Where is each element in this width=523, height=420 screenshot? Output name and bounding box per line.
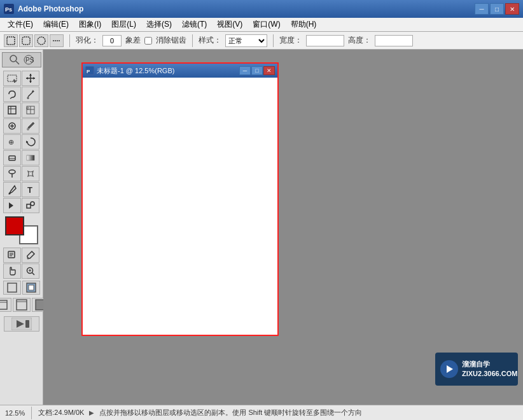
- feather-input[interactable]: [102, 35, 122, 46]
- doc-size: 文档:24.9M/0K: [38, 408, 84, 417]
- minimize-button[interactable]: ─: [475, 3, 489, 15]
- anti-alias-checkbox[interactable]: [144, 37, 152, 45]
- svg-text:✦: ✦: [31, 89, 35, 94]
- watermark-sub: ZIXU2.3066.COM: [462, 369, 517, 379]
- toolbar: PS ✦ ⊘: [0, 50, 43, 405]
- tool-pen[interactable]: [3, 182, 21, 197]
- tool-brush[interactable]: [22, 118, 39, 134]
- tool-clone[interactable]: ⊕: [3, 134, 21, 150]
- color-picker: [5, 216, 38, 244]
- doc-close-btn[interactable]: ✕: [263, 66, 275, 75]
- menu-view[interactable]: 视图(V): [212, 18, 248, 31]
- svg-marker-15: [29, 81, 32, 83]
- menu-layer[interactable]: 图层(L): [106, 18, 141, 31]
- watermark-brand: 溜溜自学: [462, 360, 517, 369]
- svg-text:PS: PS: [25, 57, 34, 64]
- menu-edit[interactable]: 编辑(E): [38, 18, 74, 31]
- tool-crop[interactable]: [3, 102, 21, 118]
- tool-row-1: [3, 71, 39, 86]
- menu-select[interactable]: 选择(S): [141, 18, 177, 31]
- tool-eraser[interactable]: [3, 150, 21, 165]
- tool-marquee[interactable]: [3, 71, 21, 86]
- menu-file[interactable]: 文件(E): [3, 18, 38, 31]
- tool-heal[interactable]: [3, 118, 21, 134]
- menu-help[interactable]: 帮助(H): [286, 18, 322, 31]
- close-button[interactable]: ✕: [505, 3, 519, 15]
- svg-point-37: [9, 170, 15, 174]
- tool-row-10: [3, 248, 39, 263]
- svg-marker-14: [29, 74, 32, 76]
- tool-eyedrop[interactable]: [22, 248, 39, 263]
- svg-text:P: P: [87, 69, 90, 74]
- mode-quickmask[interactable]: [22, 281, 40, 295]
- svg-text:⊘: ⊘: [26, 106, 29, 110]
- canvas-area[interactable]: P 未标题-1 @ 12.5%(RGB) ─ □ ✕ 溜溜自学 ZIXU2.30…: [43, 50, 523, 405]
- tool-text[interactable]: T: [22, 182, 39, 197]
- screen-standard[interactable]: [0, 298, 11, 312]
- tool-hand[interactable]: [3, 263, 21, 279]
- marquee-ellipse-btn[interactable]: [34, 34, 48, 47]
- marquee-rounded-btn[interactable]: [19, 34, 33, 47]
- svg-rect-36: [27, 155, 34, 160]
- screen-fullscreen-menu[interactable]: [13, 298, 31, 312]
- width-label: 宽度：: [279, 35, 302, 46]
- mode-standard[interactable]: [3, 281, 21, 295]
- feather-label: 羽化：: [76, 35, 99, 46]
- foreground-color[interactable]: [5, 216, 24, 235]
- document-icon: P: [85, 66, 94, 75]
- tool-slice[interactable]: ⊘: [22, 102, 39, 118]
- app-icon: Ps: [4, 4, 14, 14]
- tool-row-6: [3, 150, 39, 165]
- svg-marker-16: [26, 77, 28, 80]
- tool-row-7: [3, 166, 39, 181]
- tool-lasso[interactable]: [3, 87, 21, 102]
- marquee-single-row-btn[interactable]: [50, 34, 64, 47]
- height-input[interactable]: [375, 35, 413, 46]
- svg-rect-2: [7, 37, 15, 45]
- status-bar: 12.5% 文档:24.9M/0K ▶ 点按并拖移以移动图层或移动选区的副本。使…: [0, 405, 523, 420]
- maximize-button[interactable]: □: [490, 3, 504, 15]
- options-bar: 羽化： 象差 消除锯齿 样式： 正常 固定比例 固定大小 宽度： 高度：: [0, 32, 523, 50]
- svg-rect-62: [25, 320, 29, 328]
- menu-filter[interactable]: 滤镜(T): [177, 18, 212, 31]
- status-hint: 点按并拖移以移动图层或移动选区的副本。使用 Shift 键顺时针旋转至多围绕一个…: [99, 408, 518, 417]
- watermark: 溜溜自学 ZIXU2.3066.COM: [435, 353, 518, 386]
- svg-rect-52: [8, 283, 17, 292]
- tool-history[interactable]: [22, 134, 39, 150]
- tool-magic-wand[interactable]: ✦: [22, 87, 39, 102]
- tool-path-select[interactable]: [3, 198, 21, 213]
- menu-image[interactable]: 图象(I): [74, 18, 106, 31]
- marquee-style-group: [4, 34, 64, 47]
- svg-marker-65: [447, 365, 453, 373]
- tool-zoom[interactable]: [22, 263, 39, 279]
- tool-row-11: [3, 263, 39, 279]
- tool-smudge[interactable]: [22, 166, 39, 181]
- doc-minimize-btn[interactable]: ─: [239, 66, 251, 75]
- style-select[interactable]: 正常 固定比例 固定大小: [225, 34, 267, 47]
- svg-rect-41: [27, 204, 31, 208]
- jump-imageready[interactable]: [4, 316, 39, 332]
- document-title-bar[interactable]: P 未标题-1 @ 12.5%(RGB) ─ □ ✕: [83, 64, 277, 78]
- tool-row-5: ⊕: [3, 134, 39, 150]
- zoom-level: 12.5%: [5, 409, 25, 417]
- screen-mode-area: [0, 298, 50, 312]
- app-title: Adobe Photoshop: [18, 4, 473, 13]
- separator-2: [192, 34, 193, 47]
- svg-rect-54: [29, 285, 34, 290]
- tool-row-4: [3, 118, 39, 134]
- tool-gradient[interactable]: [22, 150, 39, 165]
- toolbar-search[interactable]: PS: [2, 52, 41, 67]
- tool-shape[interactable]: [22, 198, 39, 213]
- tool-move[interactable]: [22, 71, 39, 86]
- doc-maximize-btn[interactable]: □: [251, 66, 263, 75]
- tool-row-2: ✦: [3, 87, 39, 102]
- marquee-rect-btn[interactable]: [4, 34, 18, 47]
- svg-marker-17: [33, 77, 35, 80]
- tool-dodge[interactable]: [3, 166, 21, 181]
- width-input[interactable]: [306, 35, 344, 46]
- tool-notes[interactable]: [3, 248, 21, 263]
- style-label: 样式：: [199, 35, 221, 46]
- svg-text:Ps: Ps: [5, 6, 12, 13]
- svg-line-7: [16, 61, 19, 64]
- menu-window[interactable]: 窗口(W): [248, 18, 285, 31]
